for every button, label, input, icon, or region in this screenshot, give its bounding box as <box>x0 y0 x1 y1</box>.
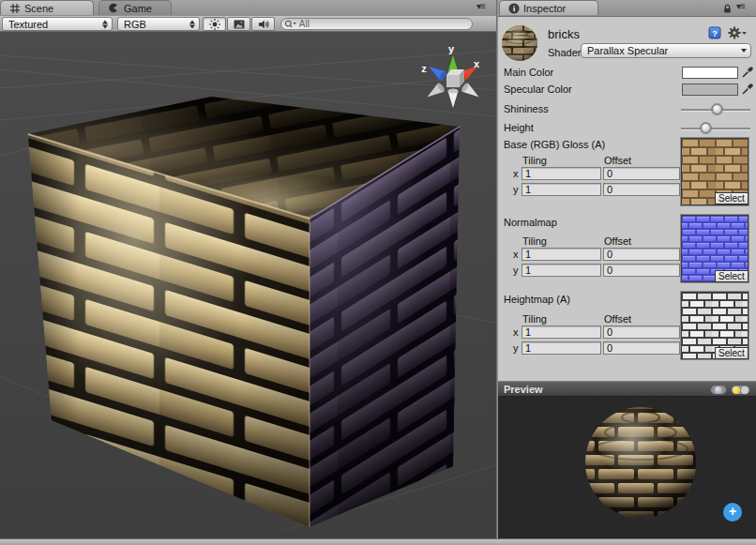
search-icon <box>284 19 297 30</box>
scene-tabbar: Scene Game ▾≡ <box>0 0 496 17</box>
offset-header: Offset <box>604 313 631 325</box>
specular-color-label: Specular Color <box>504 83 572 96</box>
preview-header[interactable]: Preview <box>498 381 756 397</box>
eyedropper-icon[interactable] <box>741 65 753 79</box>
preview-shape-toggle[interactable] <box>710 385 727 395</box>
scene-search-field[interactable] <box>280 18 473 30</box>
preview-viewport[interactable] <box>498 397 756 538</box>
help-icon[interactable]: ? <box>708 26 721 39</box>
gizmo-label-z: z <box>421 63 427 74</box>
x-axis-label: x <box>513 168 519 180</box>
gear-icon[interactable] <box>728 26 747 39</box>
base-offset-y-input[interactable] <box>603 183 680 196</box>
info-icon: i <box>508 3 520 14</box>
normalmap-select-button[interactable]: Select <box>715 270 748 282</box>
tab-game-label: Game <box>124 3 152 14</box>
tiling-header: Tiling <box>522 235 547 248</box>
offset-header: Offset <box>604 155 631 167</box>
y-axis-label: y <box>513 265 519 277</box>
color-mode-dropdown[interactable]: RGB <box>117 17 200 31</box>
base-tiling-x-input[interactable] <box>522 167 601 180</box>
tiling-header: Tiling <box>522 155 547 167</box>
image-icon <box>233 18 246 31</box>
height-slider[interactable] <box>681 123 750 134</box>
material-thumbnail-sphere[interactable] <box>501 24 538 62</box>
game-icon <box>108 2 120 14</box>
section-title: Normalmap <box>504 217 557 229</box>
base-offset-x-input[interactable] <box>603 167 680 180</box>
scene-viewport[interactable]: y x z <box>0 32 496 538</box>
draw-mode-dropdown[interactable]: Textured <box>2 17 113 31</box>
sun-icon <box>208 18 221 31</box>
offset-header: Offset <box>604 235 631 248</box>
inspector-panel: i Inspector ▾≡ bricks Shader Parallax Sp… <box>498 0 756 538</box>
inspector-panel-menu-icon[interactable]: ▾≡ <box>736 1 745 11</box>
gizmo-axis-neg-x[interactable] <box>424 82 446 101</box>
tab-inspector[interactable]: i Inspector <box>499 0 598 15</box>
shader-label: Shader <box>548 47 581 59</box>
scene-panel: Scene Game ▾≡ Textured RGB <box>0 0 496 538</box>
tiling-header: Tiling <box>522 313 547 325</box>
x-axis-label: x <box>513 249 519 261</box>
color-mode-value: RGB <box>124 19 146 30</box>
normal-offset-x-input[interactable] <box>603 248 680 261</box>
slider-thumb[interactable] <box>712 104 722 114</box>
shininess-slider[interactable] <box>681 104 750 115</box>
x-axis-label: x <box>513 326 519 339</box>
y-axis-label: y <box>513 184 519 196</box>
preview-lighting-toggle[interactable] <box>731 385 750 395</box>
material-preview-sphere[interactable] <box>498 397 756 538</box>
height-tiling-x-input[interactable] <box>522 325 601 339</box>
shader-value: Parallax Specular <box>587 45 668 56</box>
heightmap-select-button[interactable]: Select <box>715 347 748 359</box>
preview-title: Preview <box>504 384 543 395</box>
scene-lighting-toggle[interactable] <box>203 17 226 31</box>
specular-color-swatch[interactable] <box>682 83 738 96</box>
inspector-tabbar: i Inspector ▾≡ <box>498 0 756 17</box>
brick-cube[interactable] <box>28 97 460 527</box>
gizmo-axis-z[interactable] <box>426 62 447 81</box>
normal-tiling-x-input[interactable] <box>522 248 601 261</box>
gizmo-axis-neg-y[interactable] <box>448 89 459 108</box>
normal-offset-y-input[interactable] <box>603 264 680 277</box>
gizmo-label-x: x <box>474 58 480 69</box>
svg-text:?: ? <box>712 29 718 38</box>
eyedropper-icon[interactable] <box>741 82 753 96</box>
section-title: Base (RGB) Gloss (A) <box>504 139 605 151</box>
grid-icon <box>9 3 21 14</box>
tab-game[interactable]: Game <box>98 0 172 15</box>
gizmo-cube[interactable] <box>446 75 460 87</box>
section-title: Heightmap (A) <box>504 294 570 306</box>
scene-skybox-toggle[interactable] <box>227 17 250 31</box>
normal-tiling-y-input[interactable] <box>522 264 601 277</box>
scene-audio-toggle[interactable] <box>251 17 275 31</box>
scene-toolbar: Textured RGB <box>0 16 496 32</box>
height-label: Height <box>504 122 534 134</box>
height-tiling-y-input[interactable] <box>522 341 601 355</box>
dropdown-arrows-icon <box>189 20 195 28</box>
sphere-shape-icon <box>715 386 722 394</box>
shader-dropdown[interactable]: Parallax Specular <box>581 43 751 58</box>
tab-scene[interactable]: Scene <box>0 0 94 15</box>
unity-editor-window: Scene Game ▾≡ Textured RGB <box>0 0 756 545</box>
light-off-icon <box>741 386 748 394</box>
speaker-icon <box>257 18 270 31</box>
shininess-label: Shininess <box>504 103 549 115</box>
scene-3d-view: y x z <box>0 32 496 538</box>
tab-scene-label: Scene <box>24 3 53 14</box>
add-icon[interactable]: + <box>723 503 742 522</box>
search-input[interactable] <box>297 19 469 29</box>
tab-inspector-label: Inspector <box>523 3 566 14</box>
scene-panel-menu-icon[interactable]: ▾≡ <box>476 1 485 11</box>
lock-icon[interactable] <box>722 4 733 14</box>
dropdown-arrows-icon <box>102 20 108 28</box>
gizmo-axis-neg-z[interactable] <box>461 82 482 101</box>
draw-mode-value: Textured <box>8 19 48 30</box>
base-texture-select-button[interactable]: Select <box>715 192 748 204</box>
slider-thumb[interactable] <box>701 123 711 133</box>
height-offset-x-input[interactable] <box>603 325 680 339</box>
base-tiling-y-input[interactable] <box>522 183 601 196</box>
height-offset-y-input[interactable] <box>603 341 680 355</box>
main-color-swatch[interactable] <box>682 67 738 79</box>
gizmo-label-y: y <box>448 43 455 54</box>
